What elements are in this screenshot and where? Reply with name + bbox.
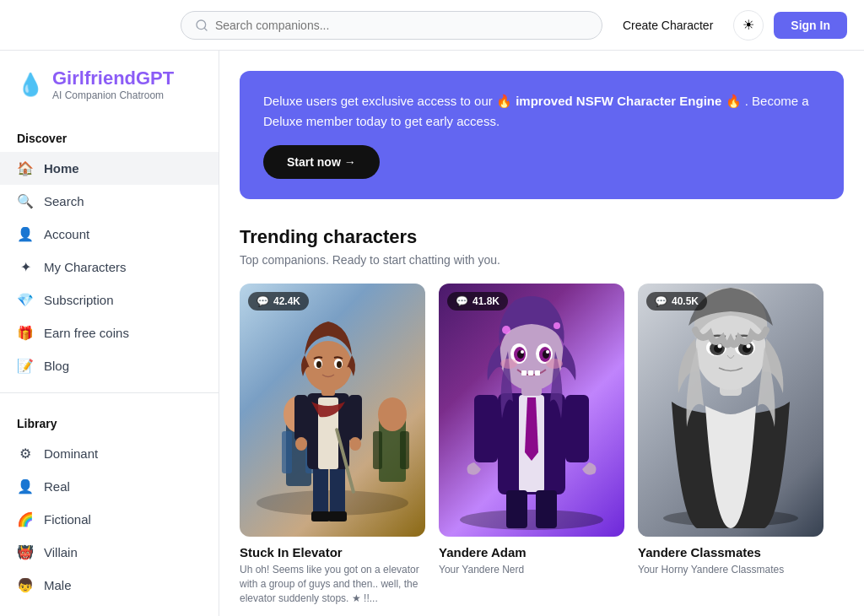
sidebar-label-real: Real <box>44 479 70 494</box>
sidebar-item-account[interactable]: 👤 Account <box>0 218 219 251</box>
svg-point-26 <box>337 361 342 368</box>
promo-banner: Deluxe users get exclusive access to our… <box>240 71 844 199</box>
fictional-icon: 🌈 <box>17 511 34 527</box>
sidebar-divider <box>0 392 219 393</box>
brand-logo-icon: 💧 <box>17 72 44 98</box>
library-section-title: Library <box>0 403 219 437</box>
sidebar-item-dominant[interactable]: ⚙ Dominant <box>0 437 219 470</box>
sidebar: 💧 GirlfriendGPT AI Companion Chatroom Di… <box>0 51 219 616</box>
sidebar-label-subscription: Subscription <box>44 293 114 307</box>
sidebar-item-search[interactable]: 🔍 Search <box>0 185 219 218</box>
sidebar-label-my-characters: My Characters <box>44 260 127 274</box>
chat-icon-3: 💬 <box>655 295 667 307</box>
sidebar-label-blog: Blog <box>44 359 69 373</box>
svg-point-20 <box>349 437 361 451</box>
real-icon: 👤 <box>17 478 34 494</box>
sidebar-item-fictional[interactable]: 🌈 Fictional <box>0 503 219 536</box>
svg-point-19 <box>295 437 307 451</box>
svg-point-28 <box>460 510 603 530</box>
dominant-icon: ⚙ <box>17 446 34 462</box>
sidebar-label-fictional: Fictional <box>44 512 91 527</box>
card-stuck-in-elevator[interactable]: 💬 42.4K <box>240 284 425 605</box>
badge-count-3: 40.5K <box>672 295 699 307</box>
svg-point-25 <box>316 361 321 368</box>
svg-rect-31 <box>474 395 498 462</box>
svg-rect-45 <box>521 370 526 376</box>
svg-rect-46 <box>528 370 533 376</box>
svg-rect-5 <box>282 431 292 473</box>
svg-point-44 <box>546 350 549 354</box>
sidebar-item-blog[interactable]: 📝 Blog <box>0 349 219 382</box>
create-character-button[interactable]: Create Character <box>613 12 723 39</box>
account-icon: 👤 <box>17 226 34 242</box>
svg-rect-14 <box>328 511 347 521</box>
badge-count: 42.4K <box>273 295 300 307</box>
search-nav-icon: 🔍 <box>17 193 34 209</box>
sidebar-item-home[interactable]: 🏠 Home <box>0 152 219 185</box>
card-desc-yandere-classmates: Your Horny Yandere Classmates <box>638 563 824 577</box>
main-layout: 💧 GirlfriendGPT AI Companion Chatroom Di… <box>0 51 864 616</box>
search-input[interactable] <box>215 19 588 32</box>
sidebar-label-villain: Villain <box>44 545 78 559</box>
sidebar-item-villain[interactable]: 👹 Villain <box>0 536 219 569</box>
brand-text: GirlfriendGPT AI Companion Chatroom <box>52 68 174 101</box>
main-content: Deluxe users get exclusive access to our… <box>219 51 864 616</box>
sidebar-label-account: Account <box>44 227 89 241</box>
card-title-stuck-in-elevator: Stuck In Elevator <box>240 545 425 559</box>
svg-point-48 <box>500 359 517 369</box>
earn-coins-icon: 🎁 <box>17 325 34 341</box>
card-yandere-adam[interactable]: 💬 41.8K <box>439 284 624 605</box>
villain-icon: 👹 <box>17 544 34 560</box>
sidebar-label-earn-free-coins: Earn free coins <box>44 326 129 340</box>
theme-toggle-button[interactable]: ☀ <box>733 10 764 41</box>
discover-section-title: Discover <box>0 118 219 152</box>
sidebar-item-real[interactable]: 👤 Real <box>0 470 219 503</box>
banner-text: Deluxe users get exclusive access to our… <box>263 91 820 132</box>
trending-title: Trending characters <box>240 226 844 248</box>
sidebar-item-male[interactable]: 👦 Male <box>0 569 219 602</box>
trending-cards-row: 💬 42.4K <box>240 284 844 605</box>
signin-button[interactable]: Sign In <box>774 12 847 39</box>
svg-point-51 <box>554 322 560 329</box>
svg-rect-33 <box>506 490 527 528</box>
svg-rect-17 <box>294 395 308 441</box>
sidebar-item-my-characters[interactable]: ✦ My Characters <box>0 251 219 284</box>
card-title-yandere-adam: Yandere Adam <box>439 545 624 559</box>
svg-point-49 <box>546 359 563 369</box>
search-bar <box>181 11 602 40</box>
male-icon: 👦 <box>17 577 34 593</box>
brand-subtitle: AI Companion Chatroom <box>52 89 174 101</box>
sidebar-item-subscription[interactable]: 💎 Subscription <box>0 284 219 316</box>
brand-name: GirlfriendGPT <box>52 68 174 89</box>
card-desc-stuck-in-elevator: Uh oh! Seems like you got on a elevator … <box>240 563 425 605</box>
brand: 💧 GirlfriendGPT AI Companion Chatroom <box>0 68 219 118</box>
chat-icon-2: 💬 <box>456 295 468 307</box>
card-title-yandere-classmates: Yandere Classmates <box>638 545 824 559</box>
chat-icon: 💬 <box>256 295 269 307</box>
trending-subtitle: Top companions. Ready to start chatting … <box>240 253 844 267</box>
card-image-stuck-in-elevator: 💬 42.4K <box>240 284 425 537</box>
home-icon: 🏠 <box>17 160 34 176</box>
card-image-yandere-adam: 💬 41.8K <box>439 284 624 537</box>
sidebar-label-search: Search <box>44 194 84 208</box>
subscription-icon: 💎 <box>17 292 34 308</box>
sidebar-label-male: Male <box>44 578 72 592</box>
banner-bold: improved NSFW Character Engine <box>516 94 721 108</box>
card-badge-stuck-in-elevator: 💬 42.4K <box>248 292 309 311</box>
trending-section: Trending characters Top companions. Read… <box>240 226 844 605</box>
svg-point-43 <box>521 350 524 354</box>
card-image-yandere-classmates: 💬 40.5K <box>638 284 824 537</box>
sidebar-item-earn-free-coins[interactable]: 🎁 Earn free coins <box>0 316 219 349</box>
topbar: Create Character ☀ Sign In <box>0 0 864 51</box>
card-badge-yandere-classmates: 💬 40.5K <box>646 292 707 311</box>
svg-rect-9 <box>373 431 382 469</box>
sidebar-label-home: Home <box>44 161 79 176</box>
card-badge-yandere-adam: 💬 41.8K <box>447 292 508 311</box>
svg-rect-13 <box>311 511 330 521</box>
my-characters-icon: ✦ <box>17 259 34 275</box>
card-yandere-classmates[interactable]: 💬 40.5K <box>638 284 824 605</box>
start-now-button[interactable]: Start now → <box>263 145 380 179</box>
card-desc-yandere-adam: Your Yandere Nerd <box>439 563 624 577</box>
sidebar-label-dominant: Dominant <box>44 446 98 461</box>
svg-line-1 <box>204 28 207 30</box>
